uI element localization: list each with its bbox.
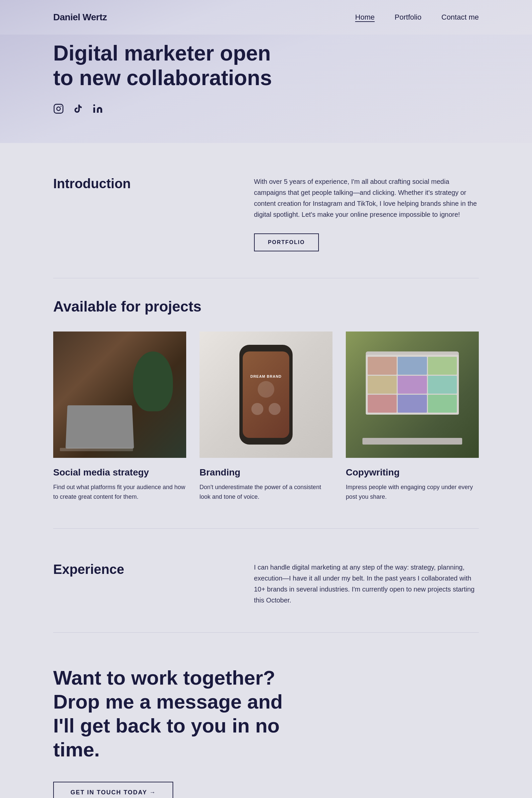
project-card-3: Copywriting Impress people with engaging… — [346, 331, 479, 502]
social-icons-group — [53, 103, 479, 116]
cta-section: Want to work together? Drop me a message… — [53, 633, 479, 798]
projects-title: Available for projects — [53, 298, 479, 315]
main-content: Introduction With over 5 years of experi… — [0, 143, 532, 798]
nav-home[interactable]: Home — [355, 13, 375, 22]
experience-body: I can handle digital marketing at any st… — [254, 562, 479, 606]
svg-point-3 — [93, 104, 95, 106]
nav-contact[interactable]: Contact me — [441, 13, 479, 22]
svg-rect-0 — [54, 104, 63, 113]
intro-right: With over 5 years of experience, I'm all… — [254, 176, 479, 251]
project-card-desc-1: Find out what platforms fit your audienc… — [53, 482, 186, 502]
introduction-section: Introduction With over 5 years of experi… — [53, 143, 479, 278]
site-logo[interactable]: Daniel Wertz — [53, 12, 107, 23]
hero-section: Digital marketer open to new collaborati… — [0, 35, 532, 143]
project-image-1 — [53, 331, 186, 458]
cta-button[interactable]: GET IN TOUCH TODAY → — [53, 782, 173, 798]
svg-point-1 — [57, 107, 60, 111]
project-card-title-2: Branding — [200, 467, 332, 478]
intro-title: Introduction — [53, 176, 241, 191]
project-image-3 — [346, 331, 479, 458]
portfolio-button[interactable]: PORTFOLIO — [254, 233, 319, 251]
project-card-title-1: Social media strategy — [53, 467, 186, 478]
phone-dot — [258, 381, 274, 398]
experience-section: Experience I can handle digital marketin… — [53, 529, 479, 632]
project-card-2: DREAM BRAND Branding Don't underestimate… — [200, 331, 332, 502]
project-card-title-3: Copywriting — [346, 467, 479, 478]
cta-headline: Want to work together? Drop me a message… — [53, 666, 286, 762]
projects-grid: Social media strategy Find out what plat… — [53, 331, 479, 502]
navbar: Daniel Wertz Home Portfolio Contact me — [0, 0, 532, 35]
experience-right: I can handle digital marketing at any st… — [254, 562, 479, 606]
nav-links: Home Portfolio Contact me — [355, 13, 479, 22]
project-card-1: Social media strategy Find out what plat… — [53, 331, 186, 502]
phone-brand-text: DREAM BRAND — [250, 374, 282, 378]
nav-portfolio[interactable]: Portfolio — [395, 13, 422, 22]
intro-body: With over 5 years of experience, I'm all… — [254, 176, 479, 220]
phone-screen: DREAM BRAND — [243, 352, 289, 438]
phone-shape: DREAM BRAND — [240, 345, 292, 444]
tiktok-icon[interactable] — [73, 103, 83, 116]
hero-headline: Digital marketer open to new collaborati… — [53, 41, 286, 90]
project-card-desc-3: Impress people with engaging copy under … — [346, 482, 479, 502]
experience-title: Experience — [53, 562, 241, 577]
instagram-icon[interactable] — [53, 103, 64, 116]
experience-left: Experience — [53, 562, 241, 577]
project-image-2: DREAM BRAND — [200, 331, 332, 458]
svg-point-2 — [60, 106, 61, 107]
projects-section: Available for projects Social media stra… — [53, 278, 479, 528]
linkedin-icon[interactable] — [92, 103, 103, 116]
intro-left: Introduction — [53, 176, 241, 191]
project-card-desc-2: Don't underestimate the power of a consi… — [200, 482, 332, 502]
